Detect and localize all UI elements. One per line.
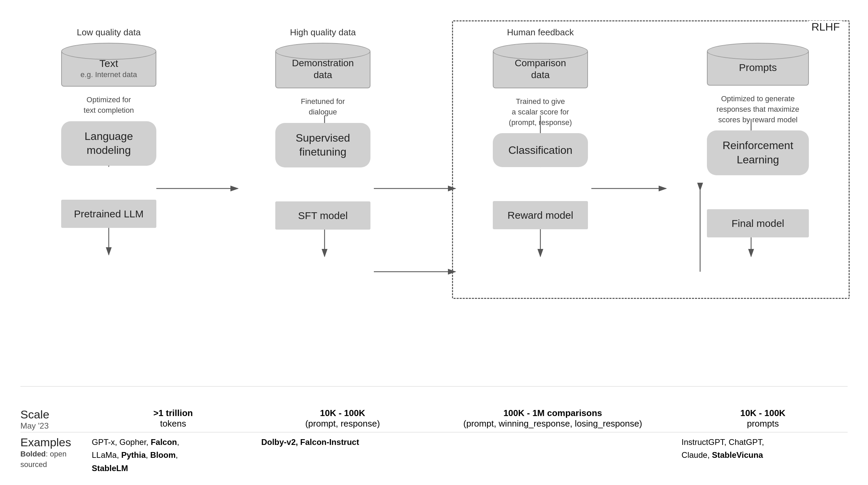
examples-label: Examples Bolded: opensourced <box>20 436 88 470</box>
col1-cylinder: Text e.g. Internet data <box>61 43 156 87</box>
col3-output-box: Reward model <box>493 201 588 229</box>
col2-cylinder: Demonstrationdata <box>275 43 370 88</box>
divider-1 <box>20 386 848 387</box>
col2-cylinder-top <box>275 43 370 60</box>
col1-process-box: Languagemodeling <box>61 121 156 166</box>
col1-output-box: Pretrained LLM <box>61 200 156 228</box>
col2-data-label: High quality data <box>290 27 356 39</box>
col3-cylinder-top <box>493 43 588 60</box>
col1-data-label: Low quality data <box>77 27 141 39</box>
col4-desc: Optimized to generateresponses that maxi… <box>716 94 799 125</box>
col1-desc: Optimized fortext completion <box>84 95 134 116</box>
col4-output-box: Final model <box>707 209 809 237</box>
examples-col3 <box>427 436 678 475</box>
col1-cylinder-top <box>61 43 156 60</box>
diagram-container: RLHF <box>0 0 868 485</box>
column-2: High quality data Demonstrationdata Fine… <box>258 27 387 230</box>
scale-date: May '23 <box>20 421 88 431</box>
col3-data-label: Human feedback <box>507 27 574 39</box>
examples-col1: GPT-x, Gopher, Falcon,LLaMa, Pythia, Blo… <box>88 436 258 475</box>
col3-process-box: Classification <box>493 133 588 167</box>
examples-data: GPT-x, Gopher, Falcon,LLaMa, Pythia, Blo… <box>88 436 848 475</box>
column-4: Prompts Optimized to generateresponses t… <box>683 27 833 237</box>
col4-cylinder: Prompts <box>707 43 809 86</box>
examples-title: Examples <box>20 436 88 449</box>
col4-cylinder-top <box>707 43 809 60</box>
scale-col2: 10K - 100K(prompt, response) <box>258 408 428 429</box>
col3-cylinder: Comparisondata <box>493 43 588 88</box>
column-3: Human feedback Comparisondata Trained to… <box>472 27 608 229</box>
col4-data-label <box>757 27 759 39</box>
examples-col2: Dolby-v2, Falcon-Instruct <box>258 436 428 475</box>
scale-section: Scale May '23 >1 trilliontokens 10K - 10… <box>20 408 848 431</box>
col2-desc: Finetuned fordialogue <box>301 96 345 118</box>
scale-data: >1 trilliontokens 10K - 100K(prompt, res… <box>88 408 848 429</box>
column-1: Low quality data Text e.g. Internet data… <box>44 27 173 228</box>
scale-col3: 100K - 1M comparisons(prompt, winning_re… <box>427 408 678 429</box>
col2-output-box: SFT model <box>275 201 370 230</box>
examples-note: Bolded: opensourced <box>20 449 88 470</box>
scale-title: Scale <box>20 408 88 421</box>
examples-col4: InstructGPT, ChatGPT,Claude, StableVicun… <box>678 436 848 475</box>
col2-process-box: Supervisedfinetuning <box>275 123 370 167</box>
scale-col1: >1 trilliontokens <box>88 408 258 429</box>
examples-section: Examples Bolded: opensourced GPT-x, Goph… <box>20 436 848 475</box>
col4-process-box: ReinforcementLearning <box>707 130 809 175</box>
col3-desc: Trained to givea scalar score for(prompt… <box>509 96 572 128</box>
scale-label: Scale May '23 <box>20 408 88 431</box>
scale-col4: 10K - 100Kprompts <box>678 408 848 429</box>
divider-2 <box>20 432 848 432</box>
